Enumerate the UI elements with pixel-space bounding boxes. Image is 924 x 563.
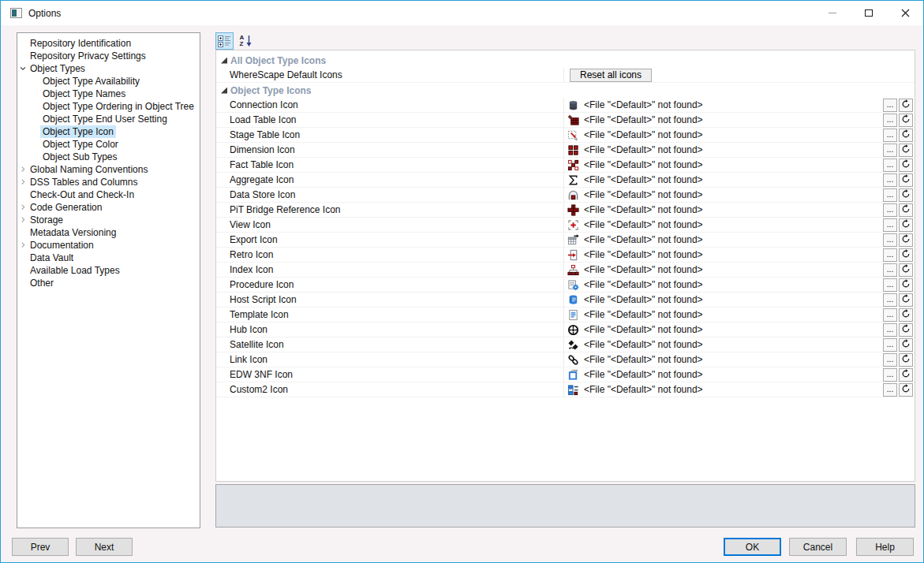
browse-file-button[interactable]: ... [883, 368, 897, 382]
tree-item-object-type-color[interactable]: Object Type Color [17, 138, 200, 151]
reset-to-default-button[interactable] [899, 144, 913, 157]
sort-alphabetical-button[interactable]: A Z [236, 32, 254, 50]
reset-to-default-button[interactable] [899, 323, 913, 337]
reset-to-default-button[interactable] [899, 278, 913, 292]
property-row-pit-bridge-reference-icon[interactable]: PiT Bridge Reference Icon<File "<Default… [216, 203, 915, 218]
browse-file-button[interactable]: ... [883, 203, 897, 217]
cancel-button[interactable]: Cancel [789, 538, 847, 556]
property-row-dimension-icon[interactable]: Dimension Icon<File "<Default>" not foun… [216, 143, 915, 158]
browse-file-button[interactable]: ... [883, 173, 897, 187]
property-row-data-store-icon[interactable]: Data Store Icon<File "<Default>" not fou… [216, 188, 915, 203]
tree-item-repository-identification[interactable]: Repository Identification [17, 37, 200, 50]
property-row-load-table-icon[interactable]: Load Table Icon<File "<Default>" not fou… [216, 113, 915, 128]
tree-item-code-generation[interactable]: Code Generation [17, 201, 200, 214]
browse-file-button[interactable]: ... [883, 248, 897, 262]
tree-item-object-type-ordering-in-object-tree[interactable]: Object Type Ordering in Object Tree [17, 100, 200, 113]
tree-item-object-type-end-user-setting[interactable]: Object Type End User Setting [17, 113, 200, 125]
property-row-fact-table-icon[interactable]: Fact Table Icon<File "<Default>" not fou… [216, 158, 915, 173]
close-button[interactable] [887, 1, 923, 25]
tree-item-object-sub-types[interactable]: Object Sub Types [17, 151, 200, 163]
chevron-collapsed-icon[interactable] [18, 164, 28, 175]
category-collapse-icon[interactable] [221, 58, 227, 64]
tree-item-metadata-versioning[interactable]: Metadata Versioning [17, 226, 200, 239]
reset-to-default-button[interactable] [899, 218, 913, 232]
property-row-template-icon[interactable]: Template Icon<File "<Default>" not found… [216, 308, 915, 323]
reset-to-default-button[interactable] [899, 338, 913, 352]
reset-to-default-button[interactable] [899, 368, 913, 382]
reset-to-default-button[interactable] [899, 248, 913, 262]
browse-file-button[interactable]: ... [883, 263, 897, 277]
reset-to-default-button[interactable] [899, 308, 913, 322]
property-row-edw-3nf-icon[interactable]: EDW 3NF Icon<File "<Default>" not found>… [216, 367, 915, 382]
property-row-procedure-icon[interactable]: Procedure Icon<File "<Default>" not foun… [216, 278, 915, 293]
property-row-export-icon[interactable]: Export Icon<File "<Default>" not found>.… [216, 233, 915, 248]
browse-file-button[interactable]: ... [883, 383, 897, 397]
tree-item-check-out-and-check-in[interactable]: Check-Out and Check-In [17, 188, 200, 201]
tree-item-storage[interactable]: Storage [17, 214, 200, 226]
reset-to-default-button[interactable] [899, 203, 913, 217]
property-row-stage-table-icon[interactable]: Stage Table Icon<File "<Default>" not fo… [216, 128, 915, 143]
reset-to-default-button[interactable] [899, 233, 913, 247]
reset-all-icons-button[interactable]: Reset all icons [570, 69, 652, 82]
reset-to-default-button[interactable] [899, 188, 913, 202]
tree-item-other[interactable]: Other [17, 277, 200, 289]
tree-item-object-type-icon[interactable]: Object Type Icon [17, 125, 200, 138]
browse-file-button[interactable]: ... [883, 323, 897, 337]
minimize-button[interactable] [814, 1, 851, 25]
property-row-custom2-icon[interactable]: Custom2 Icon<File "<Default>" not found>… [216, 382, 915, 397]
browse-file-button[interactable]: ... [883, 218, 897, 232]
chevron-expanded-icon[interactable] [18, 63, 28, 74]
tree-item-documentation[interactable]: Documentation [17, 239, 200, 252]
property-row-satellite-icon[interactable]: Satellite Icon<File "<Default>" not foun… [216, 337, 915, 352]
prev-button[interactable]: Prev [12, 538, 69, 556]
tree-item-available-load-types[interactable]: Available Load Types [17, 264, 200, 277]
ok-button[interactable]: OK [724, 538, 781, 556]
tree-item-object-type-availability[interactable]: Object Type Availability [17, 75, 200, 88]
reset-to-default-button[interactable] [899, 173, 913, 187]
property-row-aggregate-icon[interactable]: Aggregate Icon<File "<Default>" not foun… [216, 173, 915, 188]
reset-to-default-button[interactable] [899, 158, 913, 172]
tree-item-repository-privacy-settings[interactable]: Repository Privacy Settings [17, 50, 200, 62]
property-row-view-icon[interactable]: View Icon<File "<Default>" not found>... [216, 218, 915, 233]
browse-file-button[interactable]: ... [883, 114, 897, 127]
browse-file-button[interactable]: ... [883, 158, 897, 172]
property-row-connection-icon[interactable]: Connection Icon<File "<Default>" not fou… [216, 98, 915, 113]
reset-to-default-button[interactable] [899, 263, 913, 277]
reset-to-default-button[interactable] [899, 114, 913, 127]
category-row[interactable]: Object Type Icons [216, 83, 915, 98]
reset-to-default-button[interactable] [899, 129, 913, 142]
chevron-collapsed-icon[interactable] [18, 214, 28, 226]
tree-item-object-type-names[interactable]: Object Type Names [17, 88, 200, 100]
category-row[interactable]: All Object Type Icons [216, 53, 915, 68]
tree-item-data-vault[interactable]: Data Vault [17, 252, 200, 264]
help-button[interactable]: Help [856, 538, 914, 556]
next-button[interactable]: Next [76, 538, 133, 556]
browse-file-button[interactable]: ... [883, 338, 897, 352]
browse-file-button[interactable]: ... [883, 293, 897, 307]
tree-item-global-naming-conventions[interactable]: Global Naming Conventions [17, 163, 200, 176]
categorized-view-button[interactable] [215, 32, 234, 50]
browse-file-button[interactable]: ... [883, 353, 897, 367]
browse-file-button[interactable]: ... [883, 233, 897, 247]
property-row-hub-icon[interactable]: Hub Icon<File "<Default>" not found>... [216, 323, 915, 337]
property-row-link-icon[interactable]: Link Icon<File "<Default>" not found>... [216, 352, 915, 367]
tree-item-dss-tables-and-columns[interactable]: DSS Tables and Columns [17, 176, 200, 188]
browse-file-button[interactable]: ... [883, 99, 897, 112]
maximize-button[interactable] [851, 1, 887, 25]
chevron-collapsed-icon[interactable] [18, 177, 28, 188]
browse-file-button[interactable]: ... [883, 278, 897, 292]
browse-file-button[interactable]: ... [883, 188, 897, 202]
category-collapse-icon[interactable] [221, 88, 227, 94]
property-row-retro-icon[interactable]: Retro Icon<File "<Default>" not found>..… [216, 248, 915, 263]
reset-to-default-button[interactable] [899, 383, 913, 397]
browse-file-button[interactable]: ... [883, 129, 897, 142]
tree-item-object-types[interactable]: Object Types [17, 62, 200, 75]
chevron-collapsed-icon[interactable] [18, 202, 28, 213]
property-row-index-icon[interactable]: Index Icon<File "<Default>" not found>..… [216, 263, 915, 278]
reset-to-default-button[interactable] [899, 353, 913, 367]
browse-file-button[interactable]: ... [883, 308, 897, 322]
chevron-collapsed-icon[interactable] [18, 240, 28, 251]
property-row-wherescape-default-icons[interactable]: WhereScape Default IconsReset all icons [216, 68, 915, 83]
property-row-host-script-icon[interactable]: Host Script Icon<File "<Default>" not fo… [216, 293, 915, 308]
reset-to-default-button[interactable] [899, 293, 913, 307]
